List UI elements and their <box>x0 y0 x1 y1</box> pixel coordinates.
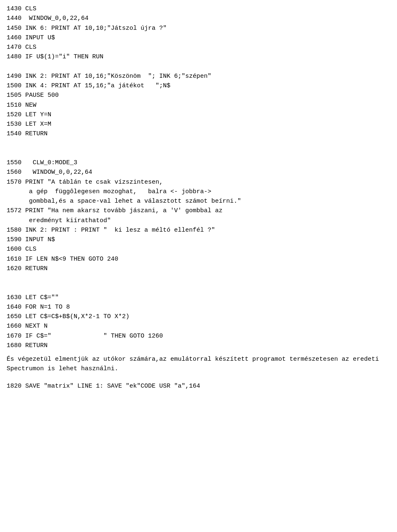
code-display: 1430 CLS 1440 WINDOW_0,0,22,64 1450 INK … <box>7 4 390 391</box>
prose-paragraph: És végezetül elmentjük az utókor számára… <box>7 355 390 374</box>
code-lines: 1430 CLS 1440 WINDOW_0,0,22,64 1450 INK … <box>7 4 390 350</box>
save-line: 1820 SAVE "matrix" LINE 1: SAVE "ek"CODE… <box>7 381 390 391</box>
